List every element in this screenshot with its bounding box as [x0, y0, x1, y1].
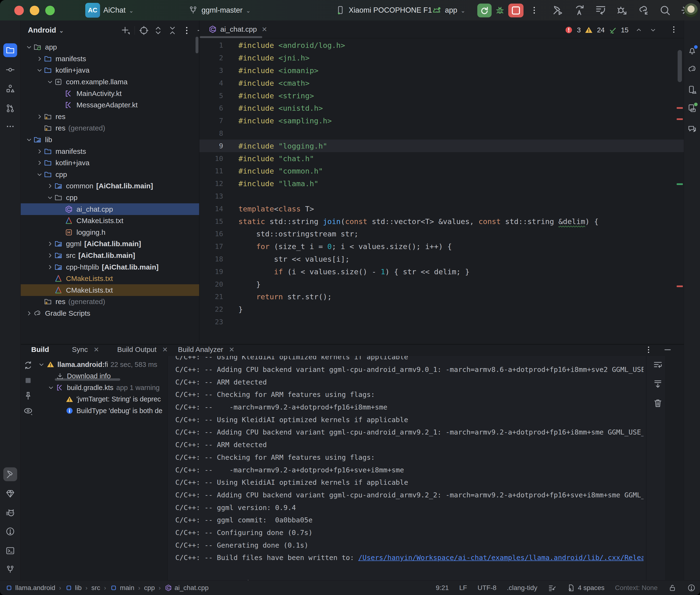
tool-button-pull-requests[interactable] — [3, 102, 17, 115]
code-line-15[interactable]: 15static std::string join(const std::vec… — [199, 215, 684, 228]
status-caret-position[interactable]: 9:21 — [436, 584, 449, 592]
prev-problem-icon[interactable] — [635, 26, 643, 34]
close-icon[interactable]: ✕ — [162, 346, 168, 353]
tree-item-common[interactable]: common[AiChat.lib.main] — [21, 180, 199, 192]
tool-button-version-control[interactable] — [3, 563, 17, 576]
change-stripe-mark[interactable] — [677, 183, 683, 185]
chevron-right-icon[interactable] — [35, 113, 44, 121]
build-console[interactable]: C/C++: -- Using KleidiAI optimized kerne… — [167, 356, 665, 581]
minimize-window-button[interactable] — [30, 6, 39, 15]
tool-button-structure[interactable] — [3, 82, 17, 95]
tool-button-device-manager[interactable] — [685, 83, 699, 97]
build-tab-build-analyzer[interactable]: Build Analyzer✕ — [178, 345, 234, 353]
error-stripe-mark[interactable] — [677, 285, 683, 287]
gradle-sync-icon[interactable] — [636, 3, 651, 18]
tool-button-build[interactable] — [3, 468, 17, 481]
tool-button-gemini[interactable] — [685, 122, 699, 136]
code-line-18[interactable]: 18 str << values[i]; — [199, 253, 684, 265]
build-tree-item[interactable]: 'jvmTarget: String' is deprec — [36, 394, 167, 405]
chevron-right-icon[interactable] — [46, 263, 54, 271]
build-options-menu[interactable] — [644, 345, 653, 355]
tab-scrollbar[interactable] — [200, 36, 262, 38]
console-file-link[interactable]: /Users/hanyin/Workspace/ai-chat/examples… — [358, 554, 644, 562]
tool-button-app-quality-insights[interactable] — [3, 487, 17, 501]
hide-minus-icon[interactable] — [196, 25, 199, 36]
status-readonly-toggle[interactable] — [668, 584, 677, 592]
inspection-widget[interactable]: 3 24 15 — [564, 26, 657, 34]
tool-button-gradle[interactable] — [685, 62, 699, 76]
code-line-2[interactable]: 2#include <jni.h> — [199, 52, 684, 64]
error-stripe-mark[interactable] — [677, 118, 683, 120]
tab-ai_chat-cpp[interactable]: ai_chat.cpp ✕ — [204, 21, 272, 38]
tree-item-cpp-httplib[interactable]: cpp-httplib[AiChat.lib.main] — [21, 261, 199, 273]
status-formatter[interactable] — [548, 584, 556, 592]
build-tree-item[interactable]: llama.android: fi22 sec, 583 ms — [36, 359, 167, 370]
sync-restart-icon[interactable] — [572, 3, 586, 18]
tree-item-kotlin-java[interactable]: kotlin+java — [21, 157, 199, 169]
tree-item-messageadapter-kt[interactable]: MessageAdapter.kt — [21, 99, 199, 111]
code-line-22[interactable]: 22} — [199, 303, 684, 316]
close-window-button[interactable] — [14, 6, 24, 15]
tree-item-cmakelists-txt[interactable]: CMakeLists.txt — [21, 215, 199, 227]
status-error-highlight[interactable] — [687, 584, 696, 592]
code-line-21[interactable]: 21 return str.str(); — [199, 290, 684, 303]
chevron-down-icon[interactable] — [25, 43, 33, 51]
editor[interactable]: ai_chat.cpp ✕ 3 24 15 1#include <android… — [199, 21, 684, 344]
project-view-selector[interactable]: Android ⌄ — [28, 26, 64, 34]
add-plus-icon[interactable] — [120, 25, 131, 36]
editor-scrollbar[interactable] — [678, 50, 682, 82]
tree-item-manifests[interactable]: manifests — [21, 53, 199, 65]
build-tab-sync[interactable]: Sync✕ — [72, 345, 99, 353]
code-line-17[interactable]: 17 for (size_t i = 0; i < values.size();… — [199, 240, 684, 253]
soft-wrap-icon[interactable] — [653, 360, 663, 370]
tree-item-cpp[interactable]: cpp — [21, 192, 199, 204]
code-line-12[interactable]: 12#include "llama.h" — [199, 177, 684, 190]
build-tab-build-output[interactable]: Build Output✕ — [117, 345, 168, 353]
tree-item-cpp[interactable]: cpp — [21, 169, 199, 180]
tool-button-commit[interactable] — [3, 63, 17, 77]
profiler-icon[interactable] — [593, 3, 608, 18]
status-encoding[interactable]: UTF-8 — [478, 584, 496, 592]
close-icon[interactable]: ✕ — [229, 346, 234, 353]
tree-item-res[interactable]: res — [21, 111, 199, 123]
tree-item-ggml[interactable]: ggml[AiChat.lib.main] — [21, 238, 199, 250]
code-line-8[interactable]: 8 — [199, 127, 684, 140]
chevron-down-icon[interactable] — [37, 361, 46, 369]
build-tree-item[interactable]: BuildType 'debug' is both de — [36, 405, 167, 417]
collapse-all-icon[interactable] — [167, 25, 178, 36]
code-line-19[interactable]: 19 if (i < values.size() - 1) { str << d… — [199, 265, 684, 278]
tree-item-res[interactable]: res(generated) — [21, 296, 199, 308]
tool-button-terminal[interactable] — [3, 544, 17, 558]
status-indent[interactable]: 4 spaces — [567, 584, 605, 592]
chevron-down-icon[interactable] — [47, 384, 55, 392]
tool-button-logcat[interactable] — [3, 506, 17, 520]
chevron-down-icon[interactable] — [46, 194, 54, 202]
code-line-4[interactable]: 4#include <cmath> — [199, 77, 684, 89]
code-line-6[interactable]: 6#include <unistd.h> — [199, 102, 684, 115]
chevron-right-icon[interactable] — [35, 55, 44, 63]
code-line-7[interactable]: 7#include <sampling.h> — [199, 115, 684, 127]
hide-minus-icon[interactable] — [663, 345, 672, 355]
tree-item-gradle-scripts[interactable]: Gradle Scripts — [21, 308, 199, 319]
code-line-3[interactable]: 3#include <iomanip> — [199, 64, 684, 77]
code-line-5[interactable]: 5#include <string> — [199, 89, 684, 102]
code-line-23[interactable]: 23 — [199, 316, 684, 328]
run-more-menu[interactable] — [529, 0, 539, 21]
tree-item-manifests[interactable]: manifests — [21, 145, 199, 157]
stop-button[interactable] — [508, 4, 524, 18]
stop-square-icon[interactable] — [23, 375, 33, 386]
code-area[interactable]: 1#include <android/log.h>2#include <jni.… — [199, 39, 684, 328]
debug-attach-icon[interactable] — [615, 3, 629, 18]
tree-item-mainactivity-kt[interactable]: MainActivity.kt — [21, 88, 199, 99]
code-line-13[interactable]: 13 — [199, 190, 684, 203]
tool-button-project[interactable] — [3, 43, 17, 57]
user-avatar[interactable] — [684, 3, 698, 17]
trash-icon[interactable] — [653, 398, 663, 408]
chevron-down-icon[interactable] — [46, 78, 54, 86]
chevron-right-icon[interactable] — [35, 159, 44, 167]
tree-item-src[interactable]: src[AiChat.lib.main] — [21, 250, 199, 261]
breadcrumb-item-ai-chat-cpp[interactable]: ai_chat.cpp — [165, 584, 208, 592]
chevron-down-icon[interactable] — [25, 136, 33, 144]
refresh-icon[interactable] — [23, 360, 33, 370]
branch-widget[interactable]: ggml-master ⌄ — [188, 0, 251, 21]
